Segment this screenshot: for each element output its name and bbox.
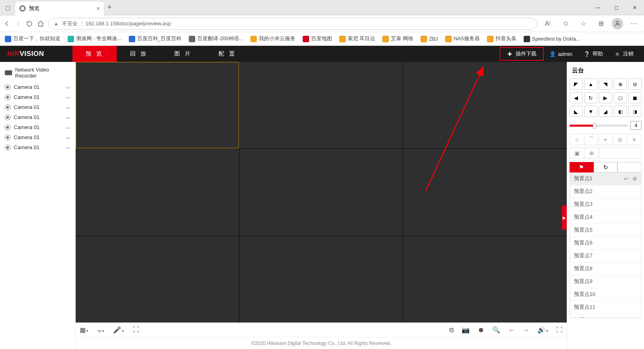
video-cell[interactable] [76,149,239,235]
video-cell[interactable] [76,62,239,148]
video-cell[interactable] [403,62,567,148]
video-cell[interactable] [403,149,567,235]
nav-config[interactable]: 配 置 [205,46,250,62]
favorite-icon[interactable]: ✩ [559,20,572,27]
favorites-list-icon[interactable]: ☆ [576,20,590,27]
camera-item[interactable]: Camera 01ᵢ↓ₒ [0,82,75,92]
bookmark-item[interactable]: 抖音头条 [487,35,516,42]
stream-button[interactable]: ᵢₒ▾ [97,326,104,334]
prev-icon[interactable]: ← [508,326,515,334]
preset-call-icon[interactable]: ↩ [624,176,628,182]
home-icon[interactable] [37,20,44,27]
camera-item[interactable]: Camera 01ᵢ↓ₒ [0,102,75,112]
stream-type-icon[interactable]: ᵢ↓ₒ [66,115,71,120]
tab-overview-icon[interactable]: ▢ [0,0,15,15]
profile-avatar[interactable] [612,18,623,29]
bookmark-item[interactable]: ZBJ [421,36,438,42]
nav-picture[interactable]: 图 片 [161,46,205,62]
address-bar[interactable]: ▲ 不安全 | 192.168.1.158/doc/page/preview.a… [48,18,537,30]
volume-icon[interactable]: 🔊▾ [537,326,548,334]
layout-button[interactable]: ▦▾ [80,326,89,334]
camera-item[interactable]: Camera 01ᵢ↓ₒ [0,112,75,122]
center-icon[interactable]: ⊕ [584,148,599,158]
preset-item[interactable]: 预置点4 [570,211,641,224]
browser-tab[interactable]: 预览 × [15,2,104,15]
window-maximize-icon[interactable]: ▢ [607,0,625,15]
stream-type-icon[interactable]: ᵢ↓ₒ [66,94,71,100]
wiper-icon[interactable]: ⌒ [584,134,599,145]
menu-icon[interactable]: ≡ [627,134,641,145]
bookmark-item[interactable]: 百度一下，你就知道 [5,35,60,42]
aux-focus-icon[interactable]: ⌖ [599,134,613,145]
ptz-auto[interactable]: ↻ [584,92,598,103]
focus-near-button[interactable]: ◻ [614,92,627,103]
video-cell[interactable] [239,62,403,148]
ptz-speed-slider[interactable] [570,125,628,127]
next-icon[interactable]: → [523,326,529,334]
refresh-icon[interactable] [26,20,33,27]
preset-set-icon[interactable]: ⚙ [632,176,637,182]
ptz-down-right[interactable]: ◢ [599,106,612,117]
ptz-down-left[interactable]: ◣ [570,106,583,117]
video-cell[interactable] [239,149,403,235]
iris-open-button[interactable]: ◐ [614,106,627,117]
plugin-download-button[interactable]: ✚ 插件下载 [500,47,544,61]
bookmark-item[interactable]: 百度百科_百度百科 [129,35,182,42]
audio-button[interactable]: 🎤▾ [113,326,124,334]
user-menu[interactable]: 👤 admin [544,48,578,60]
zoom-in-button[interactable]: ⊕ [614,78,627,90]
preset-item[interactable]: 预置点8 [570,263,641,275]
preset-item[interactable]: 预置点10 [570,288,641,301]
new-tab-button[interactable]: + [104,3,115,12]
init-lens-icon[interactable]: ◎ [613,134,627,145]
camera-item[interactable]: Camera 01ᵢ↓ₒ [0,132,75,142]
nav-playback[interactable]: 回 放 [117,46,161,62]
device-row[interactable]: Network Video Recorder [0,65,75,82]
fullscreen-icon[interactable]: ⛶ [556,326,563,334]
stop-all-button[interactable]: ⛶ [133,326,139,334]
more-icon[interactable]: ⋯ [627,20,641,27]
iris-close-button[interactable]: ◑ [628,106,642,117]
bookmark-item[interactable]: 百度地图 [303,35,332,42]
3d-position-icon[interactable]: ▣ [570,148,584,158]
bookmark-item[interactable]: 测速网 - 专业网速... [68,35,122,42]
window-close-icon[interactable]: ✕ [625,0,644,15]
read-aloud-icon[interactable]: A⁾ [541,20,555,27]
bookmark-item[interactable]: Speedtest by Ookla... [524,36,580,42]
stream-type-icon[interactable]: ᵢ↓ₒ [66,135,71,140]
ptz-left[interactable]: ◀ [570,92,583,103]
preset-tab[interactable]: ⚑ [570,162,594,172]
logout-button[interactable]: ⎋ 注销 [609,48,639,60]
stream-type-icon[interactable]: ᵢ↓ₒ [66,84,71,90]
bookmark-item[interactable]: 我的小米云服务 [250,35,295,42]
preset-item[interactable]: 预置点5 [570,224,641,237]
bookmark-item[interactable]: NAS服务器 [445,35,480,42]
snapshot-icon[interactable]: 📷 [462,326,470,334]
zoom-out-button[interactable]: ⊖ [628,78,642,90]
focus-far-button[interactable]: ◼ [628,92,642,103]
nav-preview[interactable]: 预 览 [72,46,117,62]
ptz-right[interactable]: ▶ [599,92,612,103]
bookmark-item[interactable]: 索尼 耳目达 [339,35,375,42]
patrol-tab[interactable]: ↻ [594,162,618,172]
light-icon[interactable]: ☼ [570,134,584,145]
zoom-icon[interactable]: 🔍 [492,326,500,334]
camera-item[interactable]: Camera 01ᵢ↓ₒ [0,122,75,132]
bookmark-item[interactable]: 艾泰 网络 [382,35,413,42]
ptz-up[interactable]: ▲ [584,78,598,90]
collections-icon[interactable]: ⊞ [594,20,608,27]
preset-item[interactable]: 预置点1↩⚙ [570,172,641,185]
camera-item[interactable]: Camera 01ᵢ↓ₒ [0,92,75,102]
ptz-down[interactable]: ▼ [584,106,598,117]
preset-item[interactable]: 预置点11 [570,301,641,314]
panel-collapse-toggle[interactable]: ▶ [562,205,567,230]
preset-item[interactable]: 预置点7 [570,250,641,263]
preset-item[interactable]: 预置点9 [570,275,641,288]
video-cell[interactable] [76,236,239,322]
capture-all-icon[interactable]: ⧉ [449,326,454,334]
record-icon[interactable]: ⏺ [478,326,484,334]
close-tab-icon[interactable]: × [97,5,100,12]
ptz-up-left[interactable]: ◤ [570,78,583,90]
stream-type-icon[interactable]: ᵢ↓ₒ [66,125,71,130]
stream-type-icon[interactable]: ᵢ↓ₒ [66,145,71,150]
